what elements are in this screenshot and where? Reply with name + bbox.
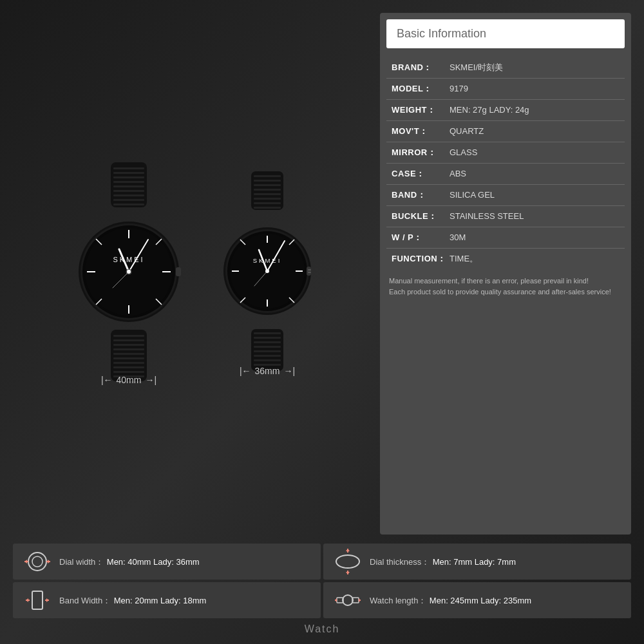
dial-thickness-icon	[334, 547, 362, 576]
svg-rect-30	[113, 335, 144, 337]
value-brand: SKMEI/时刻美	[450, 62, 503, 73]
specs-row-1: Dial width： Men: 40mm Lady: 36mm	[13, 544, 631, 580]
svg-rect-44	[254, 189, 281, 191]
svg-rect-4	[113, 181, 144, 183]
svg-marker-83	[48, 560, 50, 564]
svg-rect-42	[254, 180, 281, 182]
svg-marker-88	[346, 572, 350, 574]
spec-dial-thickness-label: Dial thickness：	[370, 557, 430, 567]
svg-marker-81	[24, 560, 27, 564]
info-row-movt: MOV'T： QUARTZ	[386, 121, 625, 142]
svg-rect-36	[113, 362, 144, 364]
svg-rect-31	[113, 339, 144, 341]
svg-rect-70	[254, 332, 281, 334]
value-case: ABS	[450, 169, 466, 178]
svg-rect-41	[254, 175, 281, 177]
spec-dial-thickness-text: Dial thickness： Men: 7mm Lady: 7mm	[370, 556, 516, 568]
svg-rect-34	[113, 353, 144, 355]
spec-band-width-text: Band Width： Men: 20mm Lady: 18mm	[59, 594, 206, 607]
info-row-brand: BRAND： SKMEI/时刻美	[386, 57, 625, 79]
watches-area: SKMEI	[13, 13, 374, 535]
svg-point-68	[265, 269, 269, 273]
svg-marker-91	[26, 598, 28, 602]
main-container: SKMEI	[0, 0, 644, 644]
label-weight: WEIGHT：	[392, 104, 450, 116]
info-row-wp: W / P： 30M	[386, 227, 625, 249]
svg-rect-32	[113, 344, 144, 346]
value-movt: QUARTZ	[450, 126, 484, 136]
dial-width-icon	[23, 547, 52, 576]
label-model: MODEL：	[392, 83, 450, 95]
svg-rect-54	[308, 272, 311, 273]
value-wp: 30M	[450, 232, 466, 242]
info-row-mirror: MIRROR： GLASS	[386, 142, 625, 164]
svg-rect-2	[113, 172, 144, 174]
svg-text:SKMEI: SKMEI	[253, 257, 282, 264]
info-header: Basic Information	[386, 19, 625, 48]
svg-rect-74	[254, 350, 281, 352]
spec-dial-thickness-value: Men: 7mm Lady: 7mm	[433, 557, 516, 567]
svg-marker-98	[335, 598, 337, 602]
svg-rect-53	[308, 269, 311, 270]
value-model: 9179	[450, 84, 468, 93]
specs-row-2: Band Width： Men: 20mm Lady: 18mm	[13, 582, 631, 618]
info-title: Basic Information	[397, 27, 486, 40]
info-row-model: MODEL： 9179	[386, 79, 625, 100]
watch-length-icon	[334, 586, 362, 614]
spec-band-width-value: Men: 20mm Lady: 18mm	[114, 596, 207, 605]
value-mirror: GLASS	[450, 147, 477, 157]
spec-band-width: Band Width： Men: 20mm Lady: 18mm	[13, 582, 321, 618]
svg-point-27	[127, 270, 131, 274]
value-band: SILICA GEL	[450, 190, 495, 200]
svg-rect-89	[32, 591, 43, 609]
value-weight: MEN: 27g LADY: 24g	[450, 105, 529, 115]
svg-rect-8	[113, 199, 144, 201]
svg-marker-93	[46, 598, 49, 602]
svg-rect-71	[254, 337, 281, 339]
label-movt: MOV'T：	[392, 126, 450, 137]
label-brand: BRAND：	[392, 62, 450, 73]
svg-rect-6	[113, 190, 144, 192]
spec-dial-width: Dial width： Men: 40mm Lady: 36mm	[13, 544, 321, 580]
spec-dial-width-text: Dial width： Men: 40mm Lady: 36mm	[59, 556, 200, 568]
svg-rect-13	[176, 267, 181, 276]
svg-rect-73	[254, 346, 281, 348]
info-panel: Basic Information BRAND： SKMEI/时刻美 MODEL…	[380, 13, 631, 535]
label-buckle: BUCKLE：	[392, 211, 450, 222]
svg-rect-29	[111, 330, 147, 381]
svg-rect-35	[113, 357, 144, 359]
svg-point-84	[336, 555, 359, 568]
label-case: CASE：	[392, 168, 450, 180]
label-band: BAND：	[392, 189, 450, 201]
svg-marker-100	[359, 598, 361, 602]
top-section: SKMEI	[0, 0, 644, 541]
svg-rect-3	[113, 176, 144, 178]
info-row-buckle: BUCKLE： STAINLESS STEEL	[386, 206, 625, 227]
info-row-band: BAND： SILICA GEL	[386, 185, 625, 206]
spec-dial-width-value: Men: 40mm Lady: 36mm	[107, 557, 200, 567]
spec-watch-length-text: Watch length： Men: 245mm Lady: 235mm	[370, 594, 531, 607]
svg-rect-1	[113, 167, 144, 169]
info-row-function: FUNCTION： TIME。	[386, 249, 625, 269]
spec-dial-width-label: Dial width：	[59, 557, 104, 567]
bottom-section: Dial width： Men: 40mm Lady: 36mm	[0, 541, 644, 644]
mens-size-label: |← 40mm →|	[101, 375, 156, 385]
mens-watch-svg: SKMEI	[64, 162, 193, 381]
value-buckle: STAINLESS STEEL	[450, 211, 524, 221]
watches-display: SKMEI	[64, 162, 322, 385]
svg-rect-9	[113, 204, 144, 205]
watch-label-row: Watch	[13, 621, 631, 638]
svg-rect-43	[254, 184, 281, 186]
svg-rect-33	[113, 348, 144, 350]
svg-rect-45	[254, 193, 281, 195]
svg-point-94	[343, 595, 353, 605]
label-wp: W / P：	[392, 232, 450, 243]
ladys-watch-container: SKMEI	[213, 171, 322, 376]
spec-watch-length-label: Watch length：	[370, 596, 426, 605]
svg-rect-38	[113, 371, 144, 373]
info-row-weight: WEIGHT： MEN: 27g LADY: 24g	[386, 100, 625, 121]
ladys-watch-svg: SKMEI	[213, 171, 322, 371]
svg-point-78	[28, 553, 46, 571]
spec-watch-length-value: Men: 245mm Lady: 235mm	[430, 596, 531, 605]
ladys-size-label: |← 36mm →|	[240, 366, 295, 376]
